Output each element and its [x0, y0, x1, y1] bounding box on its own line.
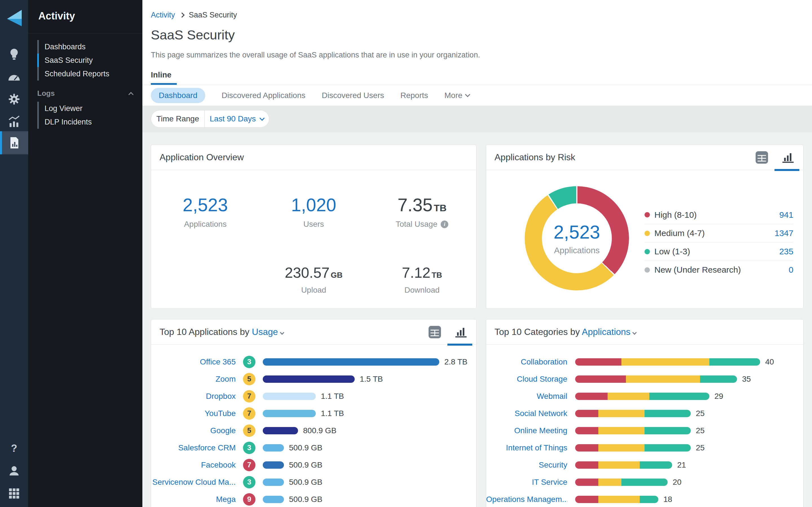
usage-bar-fill: [263, 478, 284, 486]
app-name-link[interactable]: Dropbox: [151, 392, 236, 401]
high-segment: [575, 444, 598, 452]
legend-value-link[interactable]: 1347: [774, 228, 794, 238]
metric-dropdown[interactable]: Applications: [582, 327, 636, 337]
usage-value: 1.1 TB: [321, 392, 344, 401]
metric-dropdown[interactable]: Usage: [252, 327, 283, 337]
breadcrumb-parent-link[interactable]: Activity: [151, 11, 175, 19]
usage-value: 1.5 TB: [360, 375, 383, 384]
app-name-link[interactable]: YouTube: [151, 409, 236, 418]
usage-bar-fill: [263, 427, 298, 434]
app-name-link[interactable]: Mega: [151, 495, 236, 504]
stat-label: Applications: [151, 220, 259, 229]
sidebar: Activity DashboardsSaaS SecuritySchedule…: [28, 0, 142, 507]
sidebar-item-scheduled-reports[interactable]: Scheduled Reports: [37, 67, 142, 80]
risk-badge: 9: [243, 493, 255, 506]
rail-item-reports[interactable]: [0, 131, 28, 154]
card-header: Applications by Risk: [486, 145, 803, 170]
category-bar: 25: [575, 426, 803, 435]
chart-view-button[interactable]: [781, 151, 795, 164]
usage-value: 500.9 GB: [289, 495, 322, 504]
user-person-icon: [8, 465, 20, 477]
category-name-link[interactable]: Collaboration: [486, 357, 567, 367]
card-title: Top 10 Applications by Usage: [160, 327, 284, 337]
tab-more[interactable]: More: [444, 91, 469, 100]
category-name-link[interactable]: Webmail: [486, 392, 567, 401]
app-name-link[interactable]: Facebook: [151, 460, 236, 469]
legend-value-link[interactable]: 941: [779, 210, 794, 220]
app-name-link[interactable]: Zoom: [151, 375, 236, 384]
sidebar-group-logs[interactable]: Logs: [37, 89, 133, 98]
usage-value: 500.9 GB: [289, 460, 322, 469]
category-bar-stack: [575, 496, 658, 503]
stat-number: 230.57: [285, 265, 329, 281]
overview-stats: 2,523Applications1,020Users7.35TBTotal U…: [151, 170, 476, 308]
app-usage-row: Salesforce CRM3500.9 GB: [151, 439, 476, 456]
high-segment: [575, 376, 626, 383]
category-name-link[interactable]: Online Meeting: [486, 426, 567, 435]
card-applications-by-risk: Applications by Risk 2,523 Appli: [486, 145, 804, 309]
app-logo[interactable]: [0, 7, 28, 28]
sidebar-item-saas-security[interactable]: SaaS Security: [37, 54, 142, 67]
category-name-link[interactable]: Operations Managem...: [486, 495, 567, 504]
category-name-link[interactable]: Cloud Storage: [486, 375, 567, 384]
risk-badge: 3: [243, 442, 255, 454]
rail-item-apps[interactable]: [0, 485, 28, 503]
help-question-icon: ?: [11, 443, 17, 454]
usage-bar: 500.9 GB: [263, 478, 476, 487]
app-name-link[interactable]: Salesforce CRM: [151, 443, 236, 452]
tab-discovered-users[interactable]: Discovered Users: [322, 91, 384, 100]
category-name-link[interactable]: Internet of Things: [486, 443, 567, 452]
category-name-link[interactable]: Social Network: [486, 409, 567, 418]
app-name-link[interactable]: Office 365: [151, 357, 236, 367]
icon-rail: ?: [0, 0, 28, 507]
category-name-link[interactable]: Security: [486, 460, 567, 469]
tab-reports[interactable]: Reports: [400, 91, 428, 100]
sidebar-item-dashboards[interactable]: Dashboards: [37, 40, 142, 54]
usage-bar-fill: [263, 496, 284, 503]
stat-applications: 2,523Applications: [151, 196, 259, 243]
tab-label: Discovered Users: [322, 91, 384, 100]
rail-item-analytics[interactable]: [0, 113, 28, 131]
low-segment: [640, 461, 672, 469]
page-description: This page summarizes the overall usage o…: [151, 51, 480, 59]
legend-value-link[interactable]: 235: [779, 247, 794, 256]
category-bar: 18: [575, 495, 803, 504]
app-name-link[interactable]: Google: [151, 426, 236, 435]
category-value: 25: [696, 443, 705, 452]
medium-segment: [598, 461, 640, 469]
tab-inline[interactable]: Inline: [151, 70, 171, 79]
rail-item-user[interactable]: [0, 462, 28, 480]
rail-item-insights[interactable]: [0, 45, 28, 63]
stat-value: 230.57GB: [259, 265, 368, 280]
sidebar-item-log-viewer[interactable]: Log Viewer: [37, 102, 142, 115]
time-range-value[interactable]: Last 90 Days: [205, 110, 269, 127]
rail-item-settings[interactable]: [0, 90, 28, 108]
legend-row: New (Under Research)0: [645, 261, 794, 279]
info-icon[interactable]: i: [441, 221, 448, 228]
table-view-button[interactable]: [755, 151, 768, 164]
usage-bar: 1.5 TB: [263, 375, 476, 384]
category-bar: 35: [575, 375, 803, 384]
chart-view-button[interactable]: [454, 326, 468, 339]
low-segment: [700, 376, 737, 383]
sidebar-item-dlp-incidents[interactable]: DLP Incidents: [37, 115, 142, 129]
tab-dashboard[interactable]: Dashboard: [151, 88, 205, 103]
stat-number: 7.12: [402, 265, 430, 281]
app-name-link[interactable]: Servicenow Cloud Ma...: [151, 478, 236, 487]
medium-segment: [621, 358, 709, 365]
category-row: Operations Managem...18: [486, 491, 803, 507]
high-segment: [575, 478, 598, 486]
table-view-button[interactable]: [428, 326, 441, 339]
category-name-link[interactable]: IT Service: [486, 478, 567, 487]
legend-dot: [645, 231, 650, 236]
category-bar-stack: [575, 478, 668, 486]
reports-document-icon: [8, 136, 20, 150]
app-usage-row: Mega9500.9 GB: [151, 491, 476, 507]
app-usage-row: Google5800.9 GB: [151, 422, 476, 439]
time-range-picker[interactable]: Time Range Last 90 Days: [151, 110, 269, 128]
rail-item-dashboard[interactable]: [0, 68, 28, 86]
tab-discovered-applications[interactable]: Discovered Applications: [221, 91, 305, 100]
rail-item-help[interactable]: ?: [0, 439, 28, 457]
legend-value-link[interactable]: 0: [789, 265, 794, 275]
bar-chart-icon: [781, 151, 795, 164]
